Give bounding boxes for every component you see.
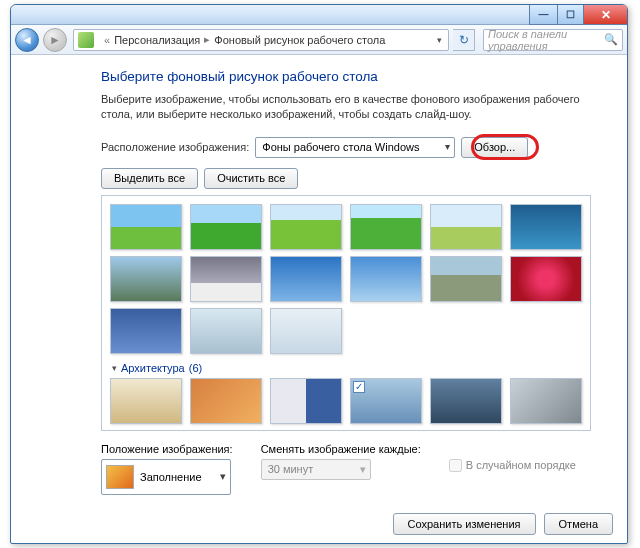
category-architecture[interactable]: ▾ Архитектура (6) bbox=[110, 354, 586, 378]
wallpaper-thumbnail[interactable] bbox=[190, 256, 262, 302]
wallpaper-thumbnail[interactable] bbox=[110, 204, 182, 250]
content-area: Выберите фоновый рисунок рабочего стола … bbox=[11, 55, 627, 543]
wallpaper-thumbnail[interactable] bbox=[430, 204, 502, 250]
page-subtitle: Выберите изображение, чтобы использовать… bbox=[101, 92, 591, 123]
wallpaper-thumbnail[interactable] bbox=[110, 378, 182, 424]
position-label: Положение изображения: bbox=[101, 443, 233, 455]
location-selected: Фоны рабочего стола Windows bbox=[262, 141, 419, 153]
browse-button[interactable]: Обзор... bbox=[461, 137, 528, 158]
cancel-button[interactable]: Отмена bbox=[544, 513, 613, 535]
wallpaper-thumbnail[interactable] bbox=[110, 256, 182, 302]
back-button[interactable]: ◄ bbox=[15, 28, 39, 52]
thumbnail-checkbox[interactable]: ✓ bbox=[353, 381, 365, 393]
titlebar: — ☐ ✕ bbox=[11, 5, 627, 25]
minimize-button[interactable]: — bbox=[529, 5, 557, 25]
select-all-button[interactable]: Выделить все bbox=[101, 168, 198, 189]
wallpaper-thumbnail[interactable] bbox=[430, 378, 502, 424]
wallpaper-thumbnail[interactable] bbox=[350, 256, 422, 302]
wallpaper-thumbnail[interactable] bbox=[270, 308, 342, 354]
page-title: Выберите фоновый рисунок рабочего стола bbox=[101, 69, 591, 84]
shuffle-checkbox-row[interactable]: В случайном порядке bbox=[449, 459, 576, 472]
position-combo[interactable]: Заполнение bbox=[101, 459, 231, 495]
refresh-button[interactable]: ↻ bbox=[453, 29, 475, 51]
search-input[interactable]: Поиск в панели управления 🔍 bbox=[483, 29, 623, 51]
interval-combo[interactable]: 30 минут bbox=[261, 459, 371, 480]
save-button[interactable]: Сохранить изменения bbox=[393, 513, 536, 535]
wallpaper-thumbnail[interactable] bbox=[270, 204, 342, 250]
wallpaper-thumbnail[interactable] bbox=[350, 204, 422, 250]
wallpaper-grid[interactable]: ▾ Архитектура (6) ✓ bbox=[101, 195, 591, 431]
breadcrumb-root[interactable]: Персонализация bbox=[114, 34, 200, 46]
wallpaper-thumbnail[interactable] bbox=[270, 256, 342, 302]
wallpaper-thumbnail[interactable] bbox=[110, 308, 182, 354]
wallpaper-thumbnail[interactable] bbox=[190, 378, 262, 424]
control-panel-icon bbox=[78, 32, 94, 48]
clear-all-button[interactable]: Очистить все bbox=[204, 168, 298, 189]
forward-button[interactable]: ► bbox=[43, 28, 67, 52]
wallpaper-thumbnail[interactable] bbox=[510, 204, 582, 250]
wallpaper-thumbnail[interactable] bbox=[190, 204, 262, 250]
wallpaper-thumbnail[interactable] bbox=[190, 308, 262, 354]
control-panel-window: — ☐ ✕ ◄ ► « Персонализация ▸ Фоновый рис… bbox=[10, 4, 628, 544]
shuffle-checkbox[interactable] bbox=[449, 459, 462, 472]
breadcrumb-current[interactable]: Фоновый рисунок рабочего стола bbox=[214, 34, 385, 46]
close-button[interactable]: ✕ bbox=[583, 5, 627, 25]
location-combo[interactable]: Фоны рабочего стола Windows bbox=[255, 137, 455, 158]
navbar: ◄ ► « Персонализация ▸ Фоновый рисунок р… bbox=[11, 25, 627, 55]
position-preview-icon bbox=[106, 465, 134, 489]
maximize-button[interactable]: ☐ bbox=[557, 5, 583, 25]
wallpaper-thumbnail[interactable] bbox=[510, 378, 582, 424]
wallpaper-thumbnail[interactable] bbox=[430, 256, 502, 302]
search-icon: 🔍 bbox=[604, 33, 618, 46]
interval-label: Сменять изображение каждые: bbox=[261, 443, 421, 455]
wallpaper-thumbnail[interactable] bbox=[510, 256, 582, 302]
location-label: Расположение изображения: bbox=[101, 141, 249, 153]
collapse-icon: ▾ bbox=[112, 363, 117, 373]
search-placeholder: Поиск в панели управления bbox=[488, 28, 604, 52]
wallpaper-thumbnail[interactable] bbox=[270, 378, 342, 424]
wallpaper-thumbnail[interactable]: ✓ bbox=[350, 378, 422, 424]
breadcrumb[interactable]: « Персонализация ▸ Фоновый рисунок рабоч… bbox=[73, 29, 449, 51]
